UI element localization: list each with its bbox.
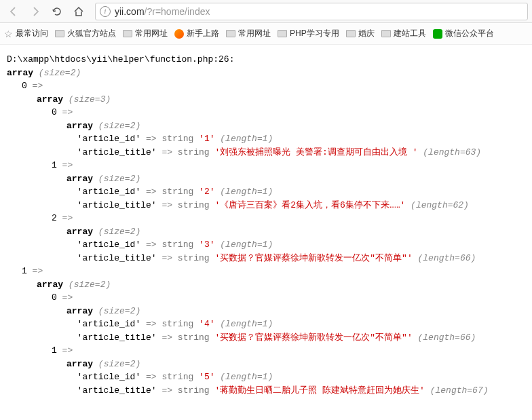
back-button[interactable] <box>4 2 23 21</box>
bookmark-item[interactable]: 建站工具 <box>381 28 426 39</box>
dump-line: array (size=2) <box>7 119 525 133</box>
bookmark-label: 常用网址 <box>135 28 168 39</box>
reload-button[interactable] <box>48 2 66 21</box>
bookmark-item[interactable]: 火狐官方站点 <box>55 28 116 39</box>
folder-icon <box>226 30 235 37</box>
url-bar[interactable]: i yii.com/?r=home/index <box>95 3 528 20</box>
bookmark-item[interactable]: 微信公众平台 <box>433 28 494 39</box>
bookmark-label: 火狐官方站点 <box>67 28 116 39</box>
bookmark-item[interactable]: 常用网址 <box>123 28 168 39</box>
folder-icon <box>278 30 287 37</box>
dump-line: 0 => <box>7 106 525 119</box>
bookmark-item[interactable]: 新手上路 <box>174 28 219 39</box>
firefox-icon <box>174 29 184 39</box>
dump-line: 1 => <box>7 265 525 278</box>
dump-line: 'article_id' => string '3' (length=1) <box>7 238 525 252</box>
forward-button[interactable] <box>26 2 45 21</box>
bookmark-label: PHP学习专用 <box>290 28 339 39</box>
dump-line: array (size=2) <box>7 66 525 80</box>
wechat-icon <box>433 29 442 39</box>
star-icon: ☆ <box>4 28 13 39</box>
bookmarks-bar: ☆ 最常访问 火狐官方站点 常用网址 新手上路 常用网址 PHP学习专用 婚庆 … <box>0 23 532 45</box>
bookmark-label: 最常访问 <box>16 28 48 39</box>
dump-line: 'article_id' => string '1' (length=1) <box>7 132 525 146</box>
var-dump-output: D:\xampp\htdocs\yii\helper\function.php:… <box>0 45 532 405</box>
dump-line: array (size=3) <box>7 93 525 107</box>
bookmark-item[interactable]: 常用网址 <box>226 28 271 39</box>
bookmark-label: 婚庆 <box>358 28 375 39</box>
dump-line: array (size=2) <box>7 225 525 239</box>
dump-line: 'article_title' => string '蒋勤勤生日晒二胎儿子照 陈… <box>7 384 525 398</box>
dump-line: 1 => <box>7 344 525 358</box>
dump-line: 1 => <box>7 159 525 172</box>
dump-line: array (size=2) <box>7 358 525 371</box>
bookmark-most-visited[interactable]: ☆ 最常访问 <box>4 28 48 39</box>
dump-line: 'article_id' => string '4' (length=1) <box>7 318 525 331</box>
dump-line: 2 => <box>7 212 525 225</box>
bookmark-label: 常用网址 <box>238 28 271 39</box>
folder-icon <box>55 30 64 37</box>
dump-line: array (size=2) <box>7 278 525 292</box>
dump-line: 'article_title' => string '买数据？官媒评蔡徐坤新歌转… <box>7 331 525 345</box>
bookmark-label: 建站工具 <box>394 28 426 39</box>
folder-icon <box>346 30 356 37</box>
browser-toolbar: i yii.com/?r=home/index <box>0 0 532 23</box>
dump-line: 'article_title' => string '刘强东被捕照曝光 美警署:… <box>7 146 525 159</box>
bookmark-label: 新手上路 <box>187 28 219 39</box>
dump-line: 'article_title' => string '买数据？官媒评蔡徐坤新歌转… <box>7 252 525 265</box>
dump-line: 'article_id' => string '2' (length=1) <box>7 185 525 199</box>
bookmark-item[interactable]: PHP学习专用 <box>278 28 339 39</box>
url-text: yii.com/?r=home/index <box>115 6 210 17</box>
dump-line: 'article_title' => string '《唐诗三百案》看2集入坑，… <box>7 199 525 212</box>
dump-line: 0 => <box>7 79 525 93</box>
bookmark-item[interactable]: 婚庆 <box>346 28 375 39</box>
dump-line: array (size=2) <box>7 305 525 318</box>
dump-path: D:\xampp\htdocs\yii\helper\function.php:… <box>7 53 525 66</box>
home-button[interactable] <box>69 2 88 21</box>
dump-line: 0 => <box>7 291 525 305</box>
folder-icon <box>381 30 391 37</box>
dump-line: 'article_id' => string '5' (length=1) <box>7 370 525 384</box>
bookmark-label: 微信公众平台 <box>445 28 494 39</box>
folder-icon <box>123 30 132 37</box>
dump-line: array (size=2) <box>7 172 525 186</box>
info-icon[interactable]: i <box>100 6 111 17</box>
